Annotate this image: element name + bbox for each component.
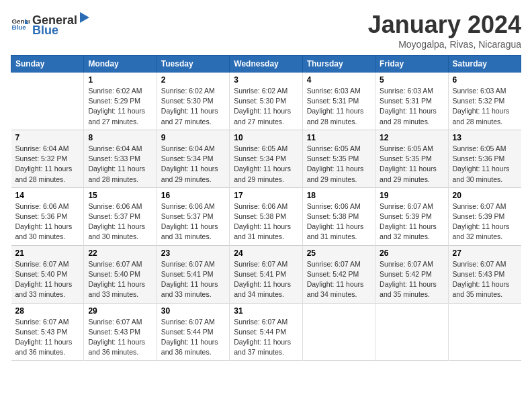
calendar-cell: 23Sunrise: 6:07 AMSunset: 5:41 PMDayligh…: [157, 245, 229, 303]
calendar-cell: 27Sunrise: 6:07 AMSunset: 5:43 PMDayligh…: [448, 245, 521, 303]
day-number: 16: [161, 191, 225, 200]
day-number: 20: [453, 191, 517, 200]
calendar-cell: 8Sunrise: 6:04 AMSunset: 5:33 PMDaylight…: [84, 130, 157, 187]
day-detail: Sunrise: 6:05 AMSunset: 5:34 PMDaylight:…: [234, 144, 298, 185]
day-number: 3: [234, 75, 298, 85]
calendar-subtitle: Moyogalpa, Rivas, Nicaragua: [368, 39, 521, 50]
calendar-cell: 17Sunrise: 6:06 AMSunset: 5:38 PMDayligh…: [230, 187, 302, 245]
calendar-cell: 20Sunrise: 6:07 AMSunset: 5:39 PMDayligh…: [448, 187, 521, 245]
weekday-header: Thursday: [302, 56, 375, 73]
day-detail: Sunrise: 6:05 AMSunset: 5:35 PMDaylight:…: [380, 144, 443, 185]
logo-flag-icon: [78, 11, 91, 24]
calendar-cell: 29Sunrise: 6:07 AMSunset: 5:43 PMDayligh…: [84, 303, 157, 361]
day-number: 9: [161, 133, 225, 142]
calendar-cell: [448, 303, 521, 361]
calendar-cell: 14Sunrise: 6:06 AMSunset: 5:36 PMDayligh…: [11, 187, 84, 245]
day-detail: Sunrise: 6:07 AMSunset: 5:40 PMDaylight:…: [15, 259, 80, 300]
weekday-header: Sunday: [11, 56, 84, 73]
calendar-cell: 24Sunrise: 6:07 AMSunset: 5:41 PMDayligh…: [230, 245, 302, 303]
day-detail: Sunrise: 6:05 AMSunset: 5:35 PMDaylight:…: [307, 144, 371, 185]
day-number: 5: [380, 75, 443, 85]
day-detail: Sunrise: 6:03 AMSunset: 5:31 PMDaylight:…: [307, 86, 371, 127]
day-detail: Sunrise: 6:07 AMSunset: 5:42 PMDaylight:…: [380, 259, 443, 300]
day-detail: Sunrise: 6:06 AMSunset: 5:38 PMDaylight:…: [307, 201, 371, 242]
day-number: 31: [234, 306, 298, 316]
calendar-cell: 30Sunrise: 6:07 AMSunset: 5:44 PMDayligh…: [157, 303, 229, 361]
calendar-cell: 12Sunrise: 6:05 AMSunset: 5:35 PMDayligh…: [375, 130, 448, 187]
day-detail: Sunrise: 6:04 AMSunset: 5:33 PMDaylight:…: [88, 144, 152, 185]
calendar-cell: 6Sunrise: 6:03 AMSunset: 5:32 PMDaylight…: [448, 73, 521, 130]
calendar-cell: 21Sunrise: 6:07 AMSunset: 5:40 PMDayligh…: [11, 245, 84, 303]
day-detail: Sunrise: 6:04 AMSunset: 5:32 PMDaylight:…: [15, 144, 80, 185]
day-number: 10: [234, 133, 298, 142]
day-number: 12: [380, 133, 443, 142]
day-number: 29: [88, 306, 152, 316]
calendar-week-row: 28Sunrise: 6:07 AMSunset: 5:43 PMDayligh…: [11, 303, 521, 361]
calendar-cell: 15Sunrise: 6:06 AMSunset: 5:37 PMDayligh…: [84, 187, 157, 245]
title-block: January 2024 Moyogalpa, Rivas, Nicaragua: [368, 11, 521, 50]
svg-text:Blue: Blue: [11, 24, 26, 31]
weekday-header: Monday: [84, 56, 157, 73]
day-detail: Sunrise: 6:07 AMSunset: 5:40 PMDaylight:…: [88, 259, 152, 300]
weekday-header: Friday: [375, 56, 448, 73]
day-number: 30: [161, 306, 225, 316]
calendar-cell: 19Sunrise: 6:07 AMSunset: 5:39 PMDayligh…: [375, 187, 448, 245]
day-number: 28: [15, 306, 80, 316]
calendar-cell: 25Sunrise: 6:07 AMSunset: 5:42 PMDayligh…: [302, 245, 375, 303]
calendar-week-row: 1Sunrise: 6:02 AMSunset: 5:29 PMDaylight…: [11, 73, 521, 130]
day-number: 17: [234, 191, 298, 200]
calendar-week-row: 14Sunrise: 6:06 AMSunset: 5:36 PMDayligh…: [11, 187, 521, 245]
calendar-cell: 9Sunrise: 6:04 AMSunset: 5:34 PMDaylight…: [157, 130, 229, 187]
day-number: 27: [453, 248, 517, 258]
calendar-cell: 13Sunrise: 6:05 AMSunset: 5:36 PMDayligh…: [448, 130, 521, 187]
calendar-cell: 28Sunrise: 6:07 AMSunset: 5:43 PMDayligh…: [11, 303, 84, 361]
day-detail: Sunrise: 6:02 AMSunset: 5:30 PMDaylight:…: [161, 86, 225, 127]
svg-marker-3: [80, 12, 89, 23]
day-detail: Sunrise: 6:02 AMSunset: 5:30 PMDaylight:…: [234, 86, 298, 127]
calendar-cell: [302, 303, 375, 361]
calendar-cell: 26Sunrise: 6:07 AMSunset: 5:42 PMDayligh…: [375, 245, 448, 303]
day-detail: Sunrise: 6:06 AMSunset: 5:36 PMDaylight:…: [15, 201, 80, 242]
weekday-header: Saturday: [448, 56, 521, 73]
day-number: 21: [15, 248, 80, 258]
day-number: 7: [15, 133, 80, 142]
calendar-cell: 16Sunrise: 6:06 AMSunset: 5:37 PMDayligh…: [157, 187, 229, 245]
calendar-table: SundayMondayTuesdayWednesdayThursdayFrid…: [11, 55, 521, 361]
logo-icon: General Blue: [11, 15, 30, 34]
calendar-cell: 31Sunrise: 6:07 AMSunset: 5:44 PMDayligh…: [230, 303, 302, 361]
page-header: General Blue General Blue January 2024 M…: [11, 11, 521, 50]
day-number: 23: [161, 248, 225, 258]
day-detail: Sunrise: 6:04 AMSunset: 5:34 PMDaylight:…: [161, 144, 225, 185]
day-detail: Sunrise: 6:07 AMSunset: 5:43 PMDaylight:…: [15, 317, 80, 358]
calendar-cell: [11, 73, 84, 130]
calendar-cell: 10Sunrise: 6:05 AMSunset: 5:34 PMDayligh…: [230, 130, 302, 187]
calendar-cell: 18Sunrise: 6:06 AMSunset: 5:38 PMDayligh…: [302, 187, 375, 245]
day-detail: Sunrise: 6:07 AMSunset: 5:42 PMDaylight:…: [307, 259, 371, 300]
day-detail: Sunrise: 6:06 AMSunset: 5:38 PMDaylight:…: [234, 201, 298, 242]
day-number: 14: [15, 191, 80, 200]
calendar-week-row: 21Sunrise: 6:07 AMSunset: 5:40 PMDayligh…: [11, 245, 521, 303]
day-number: 18: [307, 191, 371, 200]
calendar-cell: [375, 303, 448, 361]
calendar-cell: 4Sunrise: 6:03 AMSunset: 5:31 PMDaylight…: [302, 73, 375, 130]
day-detail: Sunrise: 6:07 AMSunset: 5:39 PMDaylight:…: [380, 201, 443, 242]
weekday-header: Wednesday: [230, 56, 302, 73]
day-detail: Sunrise: 6:06 AMSunset: 5:37 PMDaylight:…: [161, 201, 225, 242]
day-detail: Sunrise: 6:07 AMSunset: 5:44 PMDaylight:…: [234, 317, 298, 358]
day-number: 1: [88, 75, 152, 85]
day-detail: Sunrise: 6:07 AMSunset: 5:44 PMDaylight:…: [161, 317, 225, 358]
day-number: 26: [380, 248, 443, 258]
day-number: 2: [161, 75, 225, 85]
day-detail: Sunrise: 6:05 AMSunset: 5:36 PMDaylight:…: [453, 144, 517, 185]
day-detail: Sunrise: 6:03 AMSunset: 5:32 PMDaylight:…: [453, 86, 517, 127]
day-detail: Sunrise: 6:07 AMSunset: 5:41 PMDaylight:…: [234, 259, 298, 300]
calendar-cell: 22Sunrise: 6:07 AMSunset: 5:40 PMDayligh…: [84, 245, 157, 303]
day-detail: Sunrise: 6:06 AMSunset: 5:37 PMDaylight:…: [88, 201, 152, 242]
day-number: 19: [380, 191, 443, 200]
calendar-header-row: SundayMondayTuesdayWednesdayThursdayFrid…: [11, 56, 521, 73]
day-number: 8: [88, 133, 152, 142]
day-number: 22: [88, 248, 152, 258]
day-number: 6: [453, 75, 517, 85]
calendar-cell: 5Sunrise: 6:03 AMSunset: 5:31 PMDaylight…: [375, 73, 448, 130]
calendar-cell: 11Sunrise: 6:05 AMSunset: 5:35 PMDayligh…: [302, 130, 375, 187]
